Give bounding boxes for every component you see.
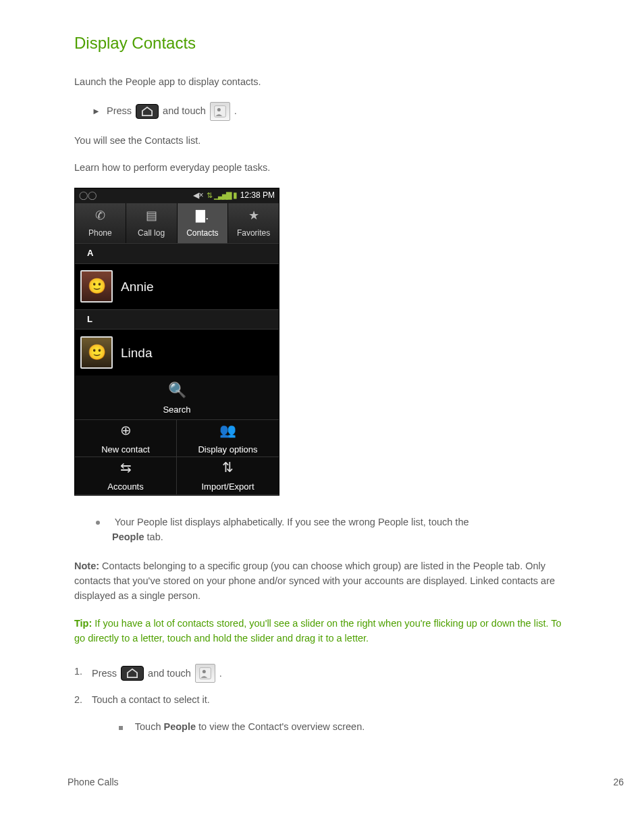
contact-row-annie[interactable]: 🙂 Annie: [75, 264, 279, 310]
menu-accounts-label: Accounts: [107, 480, 143, 494]
period: .: [234, 103, 237, 118]
bullet-text-2: tab.: [144, 531, 163, 542]
people-app-icon: [210, 102, 230, 121]
tab-favorites-label: Favorites: [237, 227, 270, 240]
step-number: 1.: [74, 664, 84, 679]
step1-period: .: [219, 666, 222, 681]
section-heading: Display Contacts: [74, 30, 570, 55]
svg-point-1: [217, 108, 221, 111]
footer-section: Phone Calls: [68, 775, 119, 790]
phone-screenshot: ◯◯ ◀× ⇅ ▁▃▅▇ ▮ 12:38 PM ✆ Phone ▤ Call l…: [74, 188, 279, 496]
list-section-a: A: [75, 243, 279, 263]
step2-text: Touch a contact to select it.: [92, 692, 570, 707]
contact-name: Linda: [121, 343, 153, 363]
phone-icon: ✆: [95, 207, 105, 226]
list-section-l: L: [75, 309, 279, 330]
page-number: 26: [613, 775, 624, 790]
avatar: 🙂: [80, 336, 113, 369]
menu-newcontact-label: New contact: [101, 443, 150, 457]
tab-phone[interactable]: ✆ Phone: [75, 203, 126, 244]
and-touch-label: and touch: [163, 103, 206, 118]
home-icon: [136, 104, 159, 119]
voicemail-icon: ◯◯: [79, 189, 97, 202]
tab-calllog-label: Call log: [138, 227, 165, 240]
menu-search[interactable]: 🔍 Search: [75, 375, 279, 420]
note-block: Note: Contacts belonging to a specific g…: [74, 558, 570, 604]
group-icon: 👥: [219, 420, 236, 441]
tab-contacts-label: Contacts: [186, 227, 218, 240]
note-label: Note:: [74, 561, 99, 571]
sub-rest: to view the Contact's overview screen.: [196, 721, 365, 732]
note-text: Contacts belonging to a specific group (…: [74, 561, 555, 602]
tab-phone-label: Phone: [88, 227, 112, 240]
instruction-row: ► Press and touch .: [92, 102, 570, 121]
tip-block: Tip: If you have a lot of contacts store…: [74, 616, 570, 646]
plus-icon: ⊕: [120, 420, 132, 441]
sub-prefix: Touch: [135, 721, 164, 732]
step-2: 2. Touch a contact to select it.: [74, 692, 570, 707]
folder-icon: ▇.: [196, 207, 209, 226]
page-footer: Phone Calls 26: [0, 775, 644, 790]
people-list-bullet: Your People list displays alphabetically…: [96, 515, 570, 545]
step-number: 2.: [74, 692, 84, 707]
star-icon: ★: [248, 207, 259, 226]
mute-icon: ◀×: [193, 189, 204, 202]
top-nav: ✆ Phone ▤ Call log ▇. Contacts ★ Favorit…: [75, 203, 279, 244]
step1-andtouch: and touch: [148, 666, 191, 681]
people-app-icon: [195, 664, 215, 683]
signal-icon: ▁▃▅▇: [214, 190, 230, 201]
tab-contacts[interactable]: ▇. Contacts: [178, 203, 229, 244]
press-label: Press: [107, 103, 132, 118]
tip-label: Tip:: [74, 618, 95, 629]
learn-text: Learn how to perform everyday people tas…: [74, 160, 570, 175]
menu-display-options[interactable]: 👥 Display options: [177, 420, 279, 457]
intro-text: Launch the People app to display contact…: [74, 74, 570, 89]
battery-icon: ▮: [233, 189, 238, 202]
menu-importexport-label: Import/Export: [201, 480, 254, 494]
options-menu: 🔍 Search ⊕ New contact 👥 Display options…: [75, 375, 279, 494]
contact-name: Annie: [121, 277, 154, 296]
menu-import-export[interactable]: ⇅ Import/Export: [177, 457, 279, 494]
svg-point-3: [203, 670, 206, 673]
step-2-sub: Touch People to view the Contact's overv…: [119, 719, 570, 734]
status-time: 12:38 PM: [240, 189, 275, 202]
menu-accounts[interactable]: ⇆ Accounts: [75, 457, 177, 494]
step-1: 1. Press and touch .: [74, 664, 570, 683]
status-bar: ◯◯ ◀× ⇅ ▁▃▅▇ ▮ 12:38 PM: [75, 188, 279, 203]
menu-search-label: Search: [163, 403, 190, 417]
avatar: 🙂: [80, 270, 113, 303]
search-icon: 🔍: [168, 379, 186, 402]
home-icon: [121, 666, 144, 681]
tab-call-log[interactable]: ▤ Call log: [126, 203, 178, 244]
bullet-icon: [96, 521, 100, 525]
transfer-icon: ⇅: [222, 457, 234, 478]
square-bullet-icon: [119, 726, 123, 730]
sync-icon: ⇆: [120, 457, 132, 478]
step1-press: Press: [92, 666, 117, 681]
arrow-icon: ►: [92, 105, 103, 118]
result-text: You will see the Contacts list.: [74, 133, 570, 148]
contact-row-linda[interactable]: 🙂 Linda: [75, 330, 279, 375]
bullet-text-1: Your People list displays alphabetically…: [115, 517, 469, 527]
menu-new-contact[interactable]: ⊕ New contact: [75, 420, 177, 457]
tab-favorites[interactable]: ★ Favorites: [228, 203, 279, 244]
menu-display-label: Display options: [198, 443, 257, 457]
list-icon: ▤: [146, 207, 157, 226]
sub-strong: People: [164, 721, 196, 732]
bullet-strong: People: [112, 531, 144, 542]
tip-text: If you have a lot of contacts stored, yo…: [74, 618, 562, 644]
network-icon: ⇅: [207, 190, 211, 201]
